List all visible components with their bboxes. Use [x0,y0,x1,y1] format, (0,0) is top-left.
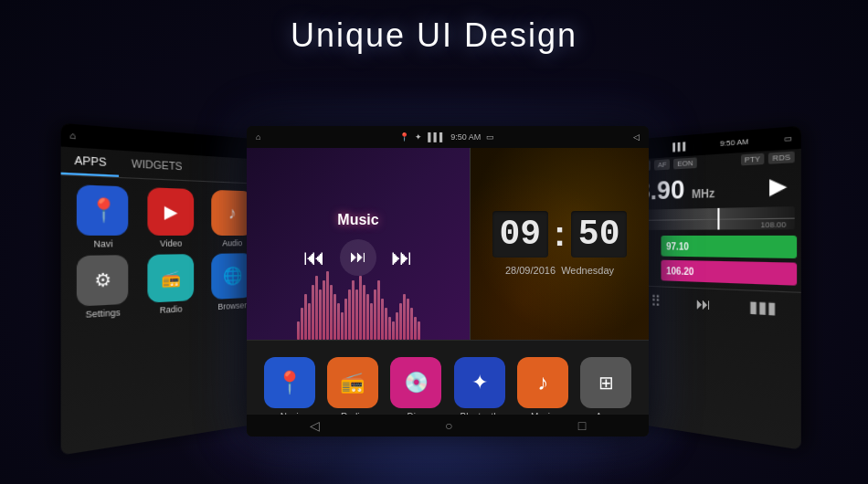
clock-time: 09 : 50 [492,211,628,258]
radio-stations: 20 97.10 90 106.20 [630,229,801,292]
apps-grid: 📍 Navi ▶ Video ♪ Audio ⚙ Settings 📻 Radi… [61,175,265,330]
clock-widget: 09 : 50 28/09/2016 Wednesday [471,148,649,340]
left-screen: ⌂ APPS WIDGETS 📍 Navi ▶ Video ♪ Audio ⚙ … [61,122,265,455]
back-icon[interactable]: ◁ [633,132,640,142]
dock-radio-icon: 📻 [327,357,378,408]
video-label: Video [160,238,182,248]
center-main: Music ⏮ ⏭ ⏭ 09 : 50 28/09/2016 [247,148,649,340]
center-screen: ⌂ 📍 ✦ ▌▌▌ 9:50 AM ▭ ◁ [247,126,649,437]
home-nav-icon[interactable]: ○ [445,418,452,433]
prev-button[interactable]: ⏮ [303,245,325,270]
dock-apps-icon: ⊞ [580,357,631,408]
tuner-bar: 108.00 [635,206,794,230]
tab-widgets[interactable]: WIDGETS [119,150,193,180]
station-bar-1[interactable]: 97.10 [661,235,797,258]
screens-container: ⌂ APPS WIDGETS 📍 Navi ▶ Video ♪ Audio ⚙ … [0,78,868,484]
video-icon: ▶ [147,187,194,236]
eon-tag: EON [673,157,696,169]
settings-icon: ⚙ [77,255,128,306]
clock-hour: 09 [492,211,549,258]
frequency-unit: MHz [692,186,715,201]
time-display: 9:50 AM [450,132,481,142]
browser-label: Browser [217,300,247,311]
dock-music-icon: ♪ [517,357,568,408]
home-icon: ⌂ [256,132,260,142]
bars-icon[interactable]: ▮▮▮ [748,297,776,318]
tuner-marker [718,207,720,229]
clock-date: 28/09/2016 Wednesday [505,265,614,276]
rds-button[interactable]: RDS [768,151,795,163]
play-pause-icon: ⏭ [350,247,366,267]
right-controls: ⠿ ⏭ ▮▮▮ [630,285,801,325]
right-time: 9:50 AM [720,136,749,147]
dock-navi[interactable]: 📍 Navi [264,357,315,422]
location-icon: 📍 [399,132,409,142]
list-item[interactable]: 📍 Navi [70,184,135,248]
dock-radio[interactable]: 📻 Radio [327,357,378,422]
skip-icon[interactable]: ⏭ [695,294,710,312]
music-controls: ⏮ ⏭ ⏭ [303,239,413,276]
right-signal-icon: ▌▌▌ [672,141,688,151]
play-pause-button[interactable]: ⏭ [340,239,376,276]
dock-music[interactable]: ♪ Music [517,357,568,422]
settings-label: Settings [86,307,121,320]
recents-nav-icon[interactable]: □ [578,418,586,433]
music-widget: Music ⏮ ⏭ ⏭ [247,148,471,340]
dock-navi-icon: 📍 [264,357,315,408]
clock-colon: : [554,215,566,254]
nav-bar: ◁ ○ □ [247,415,649,437]
af-tag: AF [654,159,670,170]
right-battery-icon: ▭ [784,132,792,142]
play-button[interactable]: ▶ [763,171,792,201]
bluetooth-icon: ✦ [415,132,422,142]
station-row: 90 106.20 [634,259,797,286]
pty-button[interactable]: PTY [740,153,764,165]
dock-bluetooth-icon: ✦ [454,357,505,408]
list-item[interactable]: 📻 Radio [141,254,199,316]
tab-apps[interactable]: APPS [61,146,120,176]
navi-label: Navi [93,238,112,249]
station-row: 20 97.10 [634,235,797,258]
dock-apps[interactable]: ⊞ Apps [580,357,631,422]
station-bar-2[interactable]: 106.20 [661,259,797,285]
right-screen: ✦ ▌▌▌ 9:50 AM ▭ ST AF EON PTY RDS 8.90 M… [630,125,801,449]
back-nav-icon[interactable]: ◁ [310,418,320,433]
list-item[interactable]: ▶ Video [141,186,199,247]
left-home-icon[interactable]: ⌂ [70,130,77,141]
radio-label: Radio [160,303,183,314]
page-title: Unique UI Design [0,16,868,55]
grid-icon[interactable]: ⠿ [651,292,661,310]
signal-icon: ▌▌▌ [428,132,445,142]
dock-disc-icon: 💿 [390,357,441,408]
radio-icon: 📻 [147,254,194,303]
dock-disc[interactable]: 💿 Disc [390,357,441,422]
dock-bluetooth[interactable]: ✦ Bluetooth [454,357,505,422]
list-item[interactable]: ⚙ Settings [70,255,135,321]
frequency-value: 8.90 MHz [637,170,763,205]
audio-label: Audio [222,238,242,247]
clock-minute: 50 [571,211,628,258]
battery-icon: ▭ [486,132,494,142]
navi-icon: 📍 [77,184,128,236]
next-button[interactable]: ⏭ [391,245,413,270]
visualizer [247,267,470,340]
music-title: Music [337,212,378,228]
center-status-bar: ⌂ 📍 ✦ ▌▌▌ 9:50 AM ▭ ◁ [247,126,649,148]
